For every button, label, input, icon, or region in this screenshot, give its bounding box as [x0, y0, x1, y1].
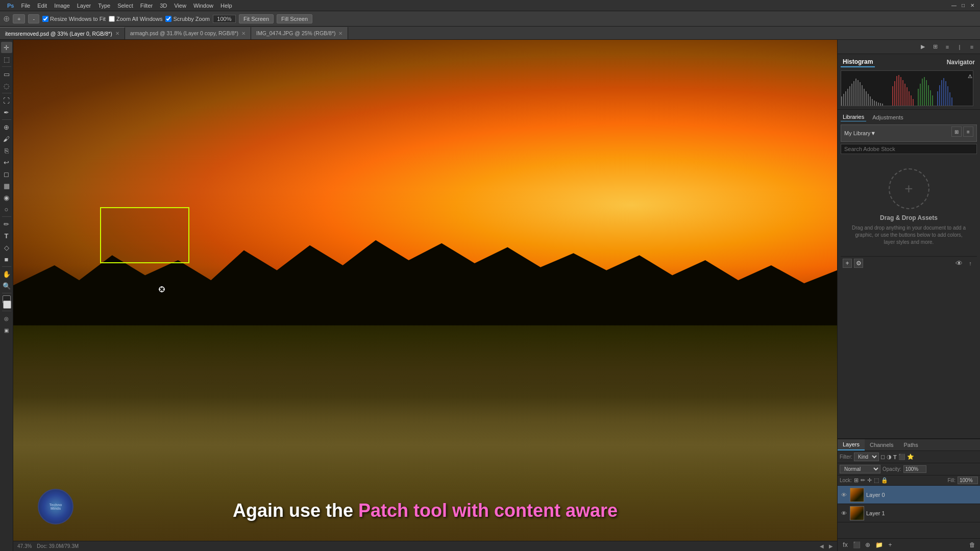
layer-1-visibility-toggle[interactable]: 👁: [840, 509, 848, 517]
lock-move-icon[interactable]: ✛: [867, 477, 872, 484]
lock-artboard-icon[interactable]: ⬚: [874, 477, 879, 484]
scrubby-zoom-check[interactable]: Scrubby Zoom: [165, 16, 210, 22]
crop-tool-button[interactable]: ⛶: [1, 95, 12, 106]
close-button[interactable]: ✕: [969, 2, 976, 9]
lock-checkerboard-icon[interactable]: ⊞: [854, 477, 859, 484]
library-dropdown[interactable]: My Library ▼ ⊞ ≡: [841, 124, 977, 142]
lasso-tool-button[interactable]: ◌: [1, 80, 12, 91]
filter-icon-text[interactable]: T: [893, 454, 897, 460]
filter-icon-adjust[interactable]: ◑: [887, 454, 892, 460]
clone-tool-button[interactable]: ⎘: [1, 145, 12, 156]
menu-filter[interactable]: Filter: [137, 2, 156, 10]
zoom-out-button[interactable]: -: [28, 14, 39, 23]
lock-all-icon[interactable]: 🔒: [881, 477, 888, 484]
background-color-swatch[interactable]: [3, 300, 11, 309]
navigator-tab[interactable]: Navigator: [945, 58, 977, 67]
adjustments-tab[interactable]: Adjustments: [870, 113, 905, 121]
resize-windows-check[interactable]: Resize Windows to Fit: [42, 16, 106, 22]
library-search-input[interactable]: [841, 144, 977, 154]
blend-mode-dropdown[interactable]: Normal: [840, 465, 880, 473]
brush-tool-button[interactable]: 🖌: [1, 133, 12, 144]
hand-tool-button[interactable]: ✋: [1, 268, 12, 280]
text-tool-button[interactable]: T: [1, 230, 12, 241]
layer-new-fill-button[interactable]: ⊕: [863, 540, 872, 549]
panel-rows-button[interactable]: ≡: [942, 42, 952, 52]
library-add-button[interactable]: +: [843, 259, 852, 268]
canvas-area[interactable]: TechnoMinds Again use the Patch tool wit…: [13, 40, 837, 551]
lock-brush-icon[interactable]: ✏: [861, 477, 865, 484]
panel-grid-button[interactable]: ⊞: [930, 42, 940, 52]
maximize-button[interactable]: □: [960, 2, 967, 9]
layer-row-0[interactable]: 👁 Layer 0: [838, 486, 980, 504]
zoom-value-input[interactable]: [213, 15, 236, 23]
menu-select[interactable]: Select: [114, 2, 136, 10]
channels-tab[interactable]: Channels: [865, 440, 898, 450]
filter-icon-pixel[interactable]: ◻: [880, 454, 885, 460]
library-eye-icon[interactable]: 👁: [954, 259, 964, 268]
tab-0[interactable]: itemsremoved.psd @ 33% (Layer 0, RGB/8*)…: [0, 27, 125, 39]
panel-play-button[interactable]: ▶: [918, 42, 928, 52]
history-brush-button[interactable]: ↩: [1, 157, 12, 168]
artboard-tool-button[interactable]: ⬚: [1, 54, 12, 65]
menu-type[interactable]: Type: [95, 2, 113, 10]
menu-3d[interactable]: 3D: [157, 2, 170, 10]
scrubby-zoom-checkbox[interactable]: [165, 16, 172, 22]
filter-icon-smart[interactable]: ⭐: [907, 454, 914, 460]
ps-logo[interactable]: Ps: [4, 2, 17, 10]
fit-screen-button[interactable]: Fit Screen: [239, 14, 274, 23]
layer-add-style-button[interactable]: fx: [841, 540, 850, 549]
shape-tool-button[interactable]: ■: [1, 254, 12, 265]
zoom-in-button[interactable]: +: [13, 14, 25, 23]
menu-image[interactable]: Image: [51, 2, 73, 10]
panel-settings-button[interactable]: ≡: [967, 42, 977, 52]
tab-1[interactable]: armagh.psd @ 31.8% (Layer 0 copy, RGB/8*…: [125, 27, 251, 39]
healing-tool-button[interactable]: ⊕: [1, 121, 12, 133]
kind-dropdown[interactable]: Kind: [854, 453, 879, 461]
libraries-tab[interactable]: Libraries: [841, 113, 866, 121]
zoom-tool-button[interactable]: 🔍: [1, 280, 12, 291]
paths-tab[interactable]: Paths: [899, 440, 923, 450]
blur-tool-button[interactable]: ◉: [1, 192, 12, 203]
fill-screen-button[interactable]: Fill Screen: [277, 14, 312, 23]
status-arrow-right[interactable]: ▶: [829, 543, 833, 549]
pen-tool-button[interactable]: ✏: [1, 218, 12, 230]
layer-new-button[interactable]: +: [886, 540, 895, 549]
layer-row-1[interactable]: 👁 Layer 1: [838, 504, 980, 522]
layer-0-visibility-toggle[interactable]: 👁: [840, 491, 848, 499]
library-arrow-icon[interactable]: ↑: [966, 259, 975, 268]
menu-edit[interactable]: Edit: [34, 2, 50, 10]
menu-help[interactable]: Help: [217, 2, 235, 10]
layer-add-mask-button[interactable]: ⬛: [852, 540, 861, 549]
tab-0-close[interactable]: ✕: [115, 31, 119, 36]
layer-new-group-button[interactable]: 📁: [874, 540, 884, 549]
menu-file[interactable]: File: [18, 2, 33, 10]
layers-tab[interactable]: Layers: [838, 439, 865, 450]
eyedropper-tool-button[interactable]: ✒: [1, 107, 12, 118]
eraser-tool-button[interactable]: ◻: [1, 168, 12, 180]
move-tool-button[interactable]: ✛: [1, 42, 12, 53]
menu-view[interactable]: View: [171, 2, 189, 10]
resize-windows-checkbox[interactable]: [42, 16, 48, 22]
panel-cols-button[interactable]: |: [954, 42, 965, 52]
opacity-input[interactable]: [903, 465, 926, 473]
quick-mask-button[interactable]: ◎: [1, 313, 12, 324]
screen-mode-button[interactable]: ▣: [1, 324, 12, 336]
menu-window[interactable]: Window: [190, 2, 216, 10]
marquee-tool-button[interactable]: ▭: [1, 68, 12, 80]
library-list-view[interactable]: ≡: [963, 127, 973, 137]
fill-input[interactable]: [958, 477, 978, 484]
path-tool-button[interactable]: ◇: [1, 242, 12, 253]
zoom-all-windows-check[interactable]: Zoom All Windows: [109, 16, 162, 22]
layer-delete-button[interactable]: 🗑: [968, 540, 977, 549]
library-grid-view[interactable]: ⊞: [951, 127, 962, 137]
tab-2[interactable]: IMG_0474.JPG @ 25% (RGB/8*) ✕: [251, 27, 348, 39]
status-arrow-left[interactable]: ◀: [820, 543, 824, 549]
filter-icon-shape[interactable]: ⬛: [898, 454, 905, 460]
menu-layer[interactable]: Layer: [74, 2, 94, 10]
gradient-tool-button[interactable]: ▦: [1, 180, 12, 191]
histogram-tab[interactable]: Histogram: [841, 57, 875, 67]
minimize-button[interactable]: —: [950, 2, 958, 9]
tab-1-close[interactable]: ✕: [241, 31, 246, 36]
zoom-all-windows-checkbox[interactable]: [109, 16, 115, 22]
dodge-tool-button[interactable]: ○: [1, 204, 12, 215]
